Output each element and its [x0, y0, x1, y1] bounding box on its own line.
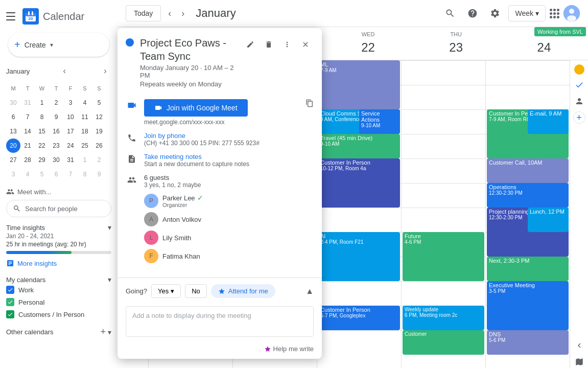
- mini-day[interactable]: 25: [78, 139, 92, 153]
- mini-day[interactable]: 1: [78, 153, 92, 167]
- right-icon-yellow[interactable]: [574, 64, 584, 75]
- day-number-23[interactable]: 23: [446, 37, 466, 58]
- day-number-24[interactable]: 24: [534, 37, 554, 58]
- event-thu-future[interactable]: Future 4-6 PM: [403, 232, 484, 281]
- search-people-input[interactable]: Search for people: [6, 200, 111, 217]
- mini-day[interactable]: 31: [20, 96, 35, 110]
- mini-day[interactable]: 27: [6, 153, 20, 167]
- mini-day[interactable]: 21: [20, 139, 35, 153]
- event-thu-weekly[interactable]: Weekly update 6 PM, Meeting room 2c: [403, 306, 484, 330]
- help-button[interactable]: [463, 4, 482, 22]
- rsvp-no-button[interactable]: No: [185, 284, 207, 298]
- mini-day[interactable]: 24: [63, 139, 78, 153]
- day-number-22[interactable]: 22: [358, 37, 378, 58]
- mini-day[interactable]: 2: [92, 153, 106, 167]
- mini-day[interactable]: 9: [92, 167, 106, 181]
- event-fri-operations[interactable]: Operations 12:30-2:30 PM: [487, 183, 569, 208]
- next-button[interactable]: ›: [178, 5, 187, 22]
- more-options-button[interactable]: [279, 36, 295, 53]
- week-selector[interactable]: Week ▾: [508, 5, 546, 21]
- right-icon-map[interactable]: [573, 356, 585, 368]
- note-textarea[interactable]: Add a note to display during the meeting: [126, 306, 314, 337]
- right-icon-expand[interactable]: [573, 339, 585, 352]
- apps-icon[interactable]: [550, 9, 559, 18]
- mini-cal-next[interactable]: ›: [99, 65, 111, 77]
- take-notes-label[interactable]: Take meeting notes: [144, 153, 249, 160]
- mini-day[interactable]: 29: [35, 153, 49, 167]
- mini-day[interactable]: 11: [78, 110, 92, 124]
- phone-label[interactable]: Join by phone: [144, 132, 260, 140]
- mini-day[interactable]: 13: [6, 124, 20, 139]
- mini-day[interactable]: 23: [49, 139, 63, 153]
- mini-day[interactable]: 30: [6, 96, 20, 110]
- close-popup-button[interactable]: [297, 36, 314, 53]
- mini-day[interactable]: 4: [78, 96, 92, 110]
- mini-day[interactable]: 8: [78, 167, 92, 181]
- mini-day[interactable]: 14: [20, 124, 35, 139]
- copy-meet-button[interactable]: [305, 99, 314, 109]
- mini-day[interactable]: 12: [92, 110, 106, 124]
- event-wed-customer3[interactable]: Customer In Person 10-12 PM, Room 4a: [318, 158, 400, 208]
- settings-button[interactable]: [486, 4, 504, 22]
- right-icon-add[interactable]: +: [573, 111, 585, 124]
- mini-day[interactable]: 2: [49, 96, 63, 110]
- calendar-item-personal[interactable]: Personal: [6, 296, 111, 308]
- mini-day[interactable]: 19: [92, 124, 106, 139]
- event-fri-executive[interactable]: Executive Meeting 3-5 PM: [487, 281, 569, 330]
- right-icon-person[interactable]: [573, 95, 585, 107]
- more-insights-button[interactable]: More insights: [6, 257, 57, 269]
- col-thursday[interactable]: Future 4-6 PM Weekly update 6 PM, Meetin…: [401, 60, 485, 368]
- mini-day[interactable]: 9: [49, 110, 63, 124]
- my-calendars-collapse[interactable]: ▾: [108, 275, 111, 284]
- mini-cal-prev[interactable]: ‹: [58, 65, 70, 77]
- calendar-item-work[interactable]: Work: [6, 284, 111, 296]
- attend-for-me-button[interactable]: Attend for me: [211, 284, 275, 298]
- mini-day[interactable]: 30: [49, 153, 63, 167]
- hamburger-icon[interactable]: [6, 10, 18, 22]
- event-thu-customer5[interactable]: Customer: [403, 330, 484, 355]
- time-insights-collapse[interactable]: ▾: [108, 223, 111, 232]
- delete-button[interactable]: [261, 36, 277, 53]
- mini-day[interactable]: 1: [35, 96, 49, 110]
- mini-day[interactable]: 5: [35, 167, 49, 181]
- mini-day[interactable]: 31: [63, 153, 78, 167]
- mini-day[interactable]: 10: [63, 110, 78, 124]
- user-avatar[interactable]: [563, 5, 580, 21]
- event-fri-email[interactable]: E-mail, 9 AM: [528, 109, 569, 134]
- col-wednesday[interactable]: ML 7-9 AM Cloud Comms Sync 9 AM, Confere…: [317, 60, 401, 368]
- mini-day[interactable]: 17: [63, 124, 78, 139]
- right-icon-check[interactable]: [573, 79, 585, 91]
- event-fri-dns[interactable]: DNS 5-6 PM: [487, 330, 569, 355]
- prev-button[interactable]: ‹: [165, 5, 174, 22]
- rsvp-collapse-button[interactable]: ▲: [305, 287, 314, 296]
- mini-day[interactable]: 3: [6, 167, 20, 181]
- mini-day[interactable]: 22: [35, 139, 49, 153]
- rsvp-yes-button[interactable]: Yes ▾: [151, 284, 181, 298]
- help-write-button[interactable]: Help me write: [264, 345, 314, 353]
- mini-day-today[interactable]: 20: [6, 139, 20, 153]
- mini-day[interactable]: 8: [35, 110, 49, 124]
- mini-day[interactable]: 3: [63, 96, 78, 110]
- event-fri-customer-call[interactable]: Customer Call, 10AM: [487, 158, 569, 183]
- search-button[interactable]: [441, 4, 459, 22]
- mini-day[interactable]: 7: [20, 110, 35, 124]
- mini-day[interactable]: 7: [63, 167, 78, 181]
- mini-day[interactable]: 16: [49, 124, 63, 139]
- mini-day[interactable]: 15: [35, 124, 49, 139]
- edit-button[interactable]: [242, 36, 258, 53]
- col-friday[interactable]: Customer In Person 7-9 AM, Room R8 E-mai…: [485, 60, 570, 368]
- mini-day[interactable]: 26: [92, 139, 106, 153]
- mini-day[interactable]: 6: [6, 110, 20, 124]
- today-button[interactable]: Today: [126, 5, 161, 21]
- mini-day[interactable]: 28: [20, 153, 35, 167]
- calendar-item-customers[interactable]: Customers / In Person: [6, 308, 111, 320]
- event-fri-lunch[interactable]: Lunch, 12 PM: [528, 208, 569, 232]
- mini-day[interactable]: 5: [92, 96, 106, 110]
- mini-day[interactable]: 6: [49, 167, 63, 181]
- event-fri-next[interactable]: Next, 2:30-3 PM: [487, 257, 569, 281]
- mini-day[interactable]: 18: [78, 124, 92, 139]
- event-wed-ai[interactable]: AI 2-4 PM, Room F21: [318, 232, 400, 281]
- event-wed-ml[interactable]: ML 7-9 AM: [318, 60, 400, 109]
- join-meet-button[interactable]: Join with Google Meet: [144, 99, 248, 117]
- event-wed-customer4[interactable]: Customer In Person 6-7 PM, Googleplex: [318, 306, 400, 330]
